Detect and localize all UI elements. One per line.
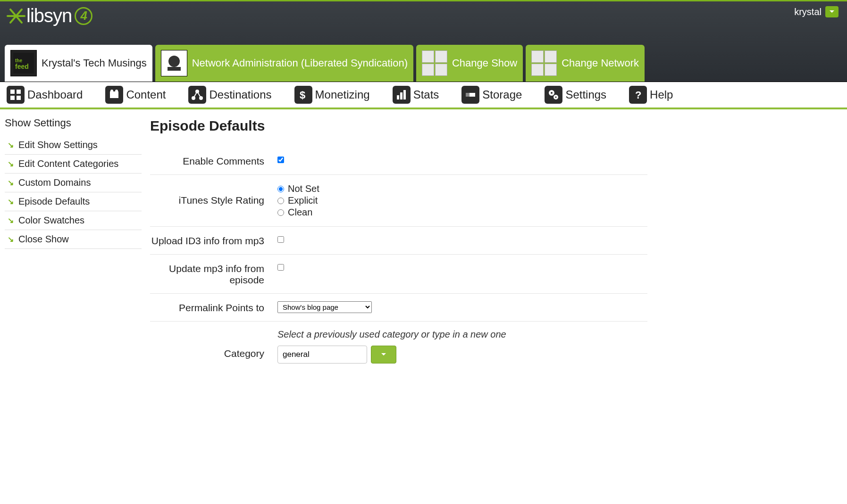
svg-rect-8 xyxy=(17,96,21,100)
sidebar-item-label: Color Swatches xyxy=(18,215,84,226)
nav-label: Content xyxy=(126,88,166,101)
permalink-label: Permalink Points to xyxy=(150,301,277,314)
update-mp3-checkbox[interactable] xyxy=(277,264,284,271)
sidebar-item-label: Close Show xyxy=(18,234,69,245)
sidebar-item-custom-domains[interactable]: ↘Custom Domains xyxy=(5,174,142,192)
category-label: Category xyxy=(150,329,277,359)
content-icon xyxy=(105,86,123,104)
sidebar-item-label: Edit Content Categories xyxy=(18,158,118,169)
sidebar-item-label: Episode Defaults xyxy=(18,196,90,207)
arrow-icon: ↘ xyxy=(8,140,14,149)
enable-comments-label: Enable Comments xyxy=(150,155,277,167)
arrow-icon: ↘ xyxy=(8,235,14,244)
nav-monetizing[interactable]: $ Monetizing xyxy=(294,86,370,104)
grid-thumb-icon xyxy=(531,50,557,76)
tab-change-show[interactable]: Change Show xyxy=(416,45,523,82)
nav-storage[interactable]: Storage xyxy=(461,86,522,104)
row-upload-id3: Upload ID3 info from mp3 xyxy=(150,227,647,255)
caret-down-icon xyxy=(381,353,386,356)
row-permalink: Permalink Points to Show's blog page xyxy=(150,294,647,322)
svg-rect-4 xyxy=(168,67,181,71)
sidebar-item-close-show[interactable]: ↘Close Show xyxy=(5,230,142,249)
page-title: Episode Defaults xyxy=(150,118,647,134)
brand-mark-icon xyxy=(7,7,25,25)
svg-rect-6 xyxy=(17,90,21,94)
main-content: Episode Defaults Enable Comments iTunes … xyxy=(142,109,661,390)
monetizing-icon: $ xyxy=(294,86,312,104)
sidebar-item-color-swatches[interactable]: ↘Color Swatches xyxy=(5,211,142,230)
help-icon: ? xyxy=(629,86,647,104)
upload-id3-checkbox[interactable] xyxy=(277,236,284,243)
nav-help[interactable]: ? Help xyxy=(629,86,673,104)
sidebar: Show Settings ↘Edit Show Settings ↘Edit … xyxy=(0,109,142,390)
enable-comments-checkbox[interactable] xyxy=(277,157,284,163)
svg-rect-18 xyxy=(403,90,406,99)
tab-current-show[interactable]: thefeed Krystal's Tech Musings xyxy=(5,45,152,82)
category-dropdown-button[interactable] xyxy=(371,346,396,364)
arrow-icon: ↘ xyxy=(8,178,14,187)
arrow-icon: ↘ xyxy=(8,159,14,168)
sidebar-item-edit-show[interactable]: ↘Edit Show Settings xyxy=(5,136,142,155)
svg-point-11 xyxy=(115,90,118,92)
rating-option-label: Explicit xyxy=(288,195,318,206)
upload-id3-label: Upload ID3 info from mp3 xyxy=(150,234,277,247)
svg-text:?: ? xyxy=(635,89,641,101)
user-menu-button[interactable] xyxy=(825,6,839,17)
brand-logo[interactable]: libsyn 4 xyxy=(7,5,92,26)
svg-rect-20 xyxy=(466,93,470,97)
caret-down-icon xyxy=(829,10,835,14)
sidebar-item-edit-categories[interactable]: ↘Edit Content Categories xyxy=(5,155,142,174)
storage-icon xyxy=(461,86,479,104)
user-name: krystal xyxy=(794,7,822,17)
nav-label: Destinations xyxy=(209,88,271,101)
tab-label: Krystal's Tech Musings xyxy=(42,57,147,69)
nav-stats[interactable]: Stats xyxy=(393,86,439,104)
row-enable-comments: Enable Comments xyxy=(150,147,647,175)
nav-dashboard[interactable]: Dashboard xyxy=(7,86,83,104)
itunes-rating-label: iTunes Style Rating xyxy=(150,182,277,206)
arrow-icon: ↘ xyxy=(8,216,14,225)
brand-version: 4 xyxy=(75,7,92,25)
svg-point-24 xyxy=(555,96,557,98)
rating-not-set-radio[interactable] xyxy=(277,186,284,192)
tab-change-network[interactable]: Change Network xyxy=(526,45,645,82)
svg-point-3 xyxy=(168,56,180,67)
nav-label: Settings xyxy=(565,88,606,101)
brand-name: libsyn xyxy=(26,5,72,26)
nav-label: Dashboard xyxy=(27,88,83,101)
tab-network-admin[interactable]: Network Administration (Liberated Syndic… xyxy=(155,45,413,82)
rating-option-label: Clean xyxy=(288,207,312,218)
row-update-mp3: Update mp3 info from episode xyxy=(150,255,647,294)
rating-option-label: Not Set xyxy=(288,183,319,194)
rating-explicit-radio[interactable] xyxy=(277,198,284,204)
nav-content[interactable]: Content xyxy=(105,86,166,104)
sidebar-title: Show Settings xyxy=(5,115,142,136)
nav-destinations[interactable]: Destinations xyxy=(188,86,271,104)
stats-icon xyxy=(393,86,411,104)
svg-rect-16 xyxy=(397,95,399,99)
update-mp3-label: Update mp3 info from episode xyxy=(150,262,277,286)
tab-label: Network Administration (Liberated Syndic… xyxy=(192,57,408,70)
sidebar-item-label: Edit Show Settings xyxy=(18,140,98,150)
topbar: libsyn 4 krystal thefeed Krystal's Tech … xyxy=(0,0,847,82)
dashboard-icon xyxy=(7,86,25,104)
nav-settings[interactable]: Settings xyxy=(545,86,606,104)
row-category: Category Select a previously used catego… xyxy=(150,322,647,371)
arrow-icon: ↘ xyxy=(8,197,14,206)
sidebar-item-label: Custom Domains xyxy=(18,177,91,188)
grid-thumb-icon xyxy=(422,50,447,76)
show-thumb-icon: thefeed xyxy=(10,50,37,76)
content-layout: Show Settings ↘Edit Show Settings ↘Edit … xyxy=(0,109,847,390)
nav-label: Help xyxy=(650,88,673,101)
svg-text:$: $ xyxy=(300,89,305,101)
svg-rect-17 xyxy=(400,92,403,99)
tab-label: Change Network xyxy=(562,57,639,70)
category-input[interactable] xyxy=(277,346,367,364)
permalink-select[interactable]: Show's blog page xyxy=(277,301,372,313)
rating-clean-radio[interactable] xyxy=(277,209,284,216)
network-thumb-icon xyxy=(161,50,187,76)
main-nav: Dashboard Content Destinations $ Monetiz… xyxy=(0,82,847,109)
show-tabs: thefeed Krystal's Tech Musings Network A… xyxy=(0,45,847,82)
tab-label: Change Show xyxy=(452,57,517,70)
sidebar-item-episode-defaults[interactable]: ↘Episode Defaults xyxy=(5,192,142,211)
